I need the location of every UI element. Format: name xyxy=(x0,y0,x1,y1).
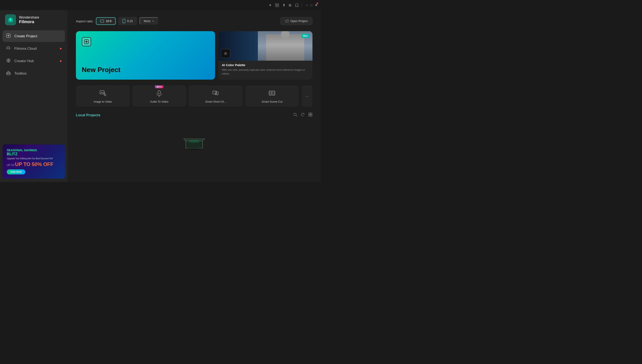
sidebar-label-creator-hub: Creator Hub xyxy=(14,59,34,63)
aspect-16-9-button[interactable]: 16:9 xyxy=(96,17,116,25)
minimize-button[interactable]: ─ xyxy=(306,3,308,7)
creator-hub-notification xyxy=(60,60,62,62)
sidebar-item-filmora-cloud[interactable]: Filmora Cloud xyxy=(3,43,65,54)
sidebar-label-create-project: Create Project xyxy=(14,34,37,38)
banner-title-line2: BLITZ xyxy=(7,152,61,156)
aspect-16-9-label: 16:9 xyxy=(106,20,111,23)
more-button[interactable]: ··· xyxy=(301,86,312,106)
empty-box-icon xyxy=(182,130,207,152)
aspect-more-label: More xyxy=(144,20,151,23)
aspect-ratio-label: Aspect ratio: xyxy=(76,20,93,23)
cards-row: New Project xyxy=(76,31,312,80)
new-project-card-icon xyxy=(82,37,91,46)
aspect-9-16-button[interactable]: 9:16 xyxy=(118,17,137,25)
feature-thumbnail xyxy=(221,49,230,58)
image-to-video-icon xyxy=(100,90,106,98)
smart-scene-cut-icon xyxy=(269,90,275,98)
logo-text: Wondershare Filmora xyxy=(19,16,39,24)
aspect-9-16-label: 9:16 xyxy=(127,20,133,23)
local-projects-title: Local Projects xyxy=(76,113,100,117)
clipboard-icon[interactable]: ⬛ xyxy=(275,3,279,7)
smart-short-clip-label: Smart Short Cli... xyxy=(192,100,239,103)
banner-subtitle: Upgrade Your Editing with Our Best Disco… xyxy=(7,157,61,160)
nav-menu: Create Project Filmora Cloud C xyxy=(0,30,68,79)
brand-name: Wondershare xyxy=(19,16,39,20)
svg-rect-24 xyxy=(158,90,160,94)
feature-card[interactable]: New AI Color Palette With one click, pre… xyxy=(218,31,312,80)
feature-card-description: With one click, precisely replicate colo… xyxy=(222,68,309,76)
svg-marker-37 xyxy=(303,114,304,114)
sidebar-banner[interactable]: SEASONAL SAVINGS BLITZ Upgrade Your Edit… xyxy=(3,144,65,179)
audio-to-video-label: Audio To Video xyxy=(136,100,183,103)
upload-icon[interactable]: ⬆ xyxy=(282,3,285,7)
beta-badge: BETA xyxy=(155,85,163,88)
refresh-icon[interactable] xyxy=(301,112,305,118)
grid-icon[interactable]: ⊞ xyxy=(289,3,291,7)
smart-scene-cut-button[interactable]: Smart Scene Cut xyxy=(245,86,299,106)
action-buttons-row: Image to Video BETA Audio To Video xyxy=(76,86,312,106)
svg-rect-27 xyxy=(213,91,216,94)
svg-rect-41 xyxy=(310,115,312,116)
aspect-ratio-row: Aspect ratio: 16:9 9:16 More Open Pr xyxy=(76,17,312,25)
headset-icon[interactable]: 🎧 xyxy=(295,3,299,7)
local-projects-header: Local Projects xyxy=(76,112,312,118)
audio-to-video-button[interactable]: BETA Audio To Video xyxy=(132,86,186,106)
banner-discount: UP TO UP TO 50% OFF xyxy=(7,161,61,167)
image-to-video-label: Image to Video xyxy=(79,100,127,103)
maximize-button[interactable]: □ xyxy=(310,3,312,7)
banner-title-line1: SEASONAL SAVINGS xyxy=(7,148,61,152)
svg-rect-33 xyxy=(272,92,274,94)
local-projects-tools xyxy=(293,112,312,118)
new-project-card[interactable]: New Project xyxy=(76,31,215,80)
svg-rect-10 xyxy=(7,73,10,75)
feature-pagination-dots xyxy=(218,78,312,80)
svg-rect-32 xyxy=(270,92,271,94)
send-icon[interactable]: ✈ xyxy=(269,3,271,7)
aspect-more-button[interactable]: More xyxy=(140,17,159,25)
svg-rect-40 xyxy=(309,115,310,116)
open-project-button[interactable]: Open Project xyxy=(280,17,312,25)
feature-card-title: AI Color Palette xyxy=(222,63,309,67)
close-dot xyxy=(317,2,318,4)
sidebar-item-creator-hub[interactable]: Creator Hub xyxy=(3,55,65,67)
smart-scene-cut-label: Smart Scene Cut xyxy=(249,100,296,103)
smart-short-clip-icon xyxy=(212,90,219,98)
empty-state xyxy=(76,122,312,155)
smart-short-clip-button[interactable]: Smart Short Cli... xyxy=(189,86,243,106)
image-to-video-button[interactable]: Image to Video xyxy=(76,86,130,106)
feature-card-image: New xyxy=(218,31,312,61)
create-project-icon xyxy=(6,33,11,39)
sidebar: Wondershare Filmora Create Project F xyxy=(0,0,68,182)
svg-point-14 xyxy=(124,22,124,23)
new-badge: New xyxy=(301,34,310,38)
open-project-label: Open Project xyxy=(290,20,307,23)
audio-to-video-icon xyxy=(156,90,163,98)
feature-card-body: AI Color Palette With one click, precise… xyxy=(218,61,312,78)
creator-hub-icon xyxy=(6,58,11,64)
app-logo xyxy=(5,14,16,25)
svg-line-36 xyxy=(296,116,297,116)
svg-marker-20 xyxy=(104,92,105,93)
close-button[interactable]: ✕ xyxy=(315,3,317,7)
titlebar-tools: ✈ ⬛ ⬆ ⊞ 🎧 xyxy=(269,3,299,7)
logo-area: Wondershare Filmora xyxy=(0,10,68,30)
search-icon[interactable] xyxy=(293,112,297,118)
new-project-label: New Project xyxy=(82,66,209,74)
sidebar-item-toolbox[interactable]: Toolbox xyxy=(3,68,65,79)
titlebar: ✈ ⬛ ⬆ ⊞ 🎧 ─ □ ✕ xyxy=(0,0,321,10)
cloud-icon xyxy=(6,46,11,52)
sidebar-item-create-project[interactable]: Create Project xyxy=(3,30,65,42)
svg-rect-38 xyxy=(309,113,310,114)
svg-point-7 xyxy=(8,60,9,61)
titlebar-divider xyxy=(301,3,302,7)
main-content: Aspect ratio: 16:9 9:16 More Open Pr xyxy=(68,10,321,182)
svg-rect-39 xyxy=(310,113,312,114)
banner-cta-button[interactable]: JOIN NOW xyxy=(7,169,25,174)
toolbox-icon xyxy=(6,70,11,76)
window-controls: ─ □ ✕ xyxy=(306,3,317,7)
svg-point-47 xyxy=(185,148,203,150)
svg-rect-12 xyxy=(100,20,104,22)
filmora-cloud-notification xyxy=(60,48,62,50)
sidebar-label-filmora-cloud: Filmora Cloud xyxy=(14,46,37,51)
grid-view-icon[interactable] xyxy=(308,112,312,118)
